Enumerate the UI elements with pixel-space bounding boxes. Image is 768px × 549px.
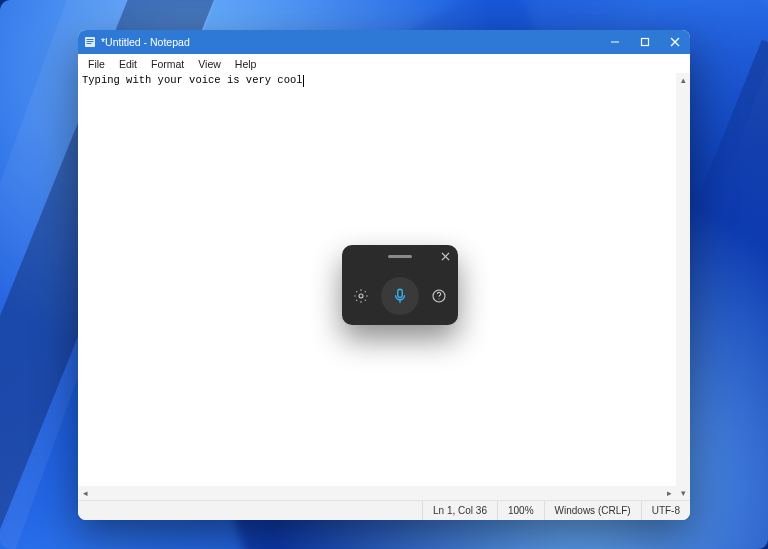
menu-view[interactable]: View (192, 57, 227, 71)
editor-content: Typing with your voice is very cool (82, 74, 304, 86)
status-eol: Windows (CRLF) (544, 501, 641, 520)
horizontal-scrollbar[interactable]: ◂ ▸ (78, 486, 676, 500)
voice-help-button[interactable] (431, 288, 447, 304)
voice-typing-panel[interactable] (342, 245, 458, 325)
menu-file[interactable]: File (82, 57, 111, 71)
svg-rect-5 (642, 39, 649, 46)
text-caret (303, 75, 304, 87)
menu-edit[interactable]: Edit (113, 57, 143, 71)
svg-point-10 (359, 294, 363, 298)
scroll-right-icon[interactable]: ▸ (662, 486, 676, 500)
svg-rect-3 (87, 43, 92, 44)
voice-mic-button[interactable] (381, 277, 419, 315)
drag-handle[interactable] (388, 255, 412, 258)
status-zoom: 100% (497, 501, 544, 520)
voice-close-button[interactable] (438, 249, 452, 263)
svg-rect-2 (87, 41, 94, 42)
scroll-left-icon[interactable]: ◂ (78, 486, 92, 500)
maximize-button[interactable] (630, 30, 660, 54)
vertical-scrollbar[interactable]: ▴ ▾ (676, 73, 690, 500)
voice-panel-header[interactable] (342, 245, 458, 267)
svg-point-14 (438, 298, 439, 299)
menu-help[interactable]: Help (229, 57, 263, 71)
status-cursor-pos: Ln 1, Col 36 (422, 501, 497, 520)
minimize-button[interactable] (600, 30, 630, 54)
menubar: File Edit Format View Help (78, 54, 690, 73)
titlebar[interactable]: *Untitled - Notepad (78, 30, 690, 54)
microphone-icon (391, 287, 409, 305)
svg-rect-1 (87, 39, 94, 40)
scroll-down-icon[interactable]: ▾ (676, 486, 690, 500)
voice-settings-button[interactable] (353, 288, 369, 304)
window-title: *Untitled - Notepad (101, 36, 190, 48)
status-encoding: UTF-8 (641, 501, 690, 520)
statusbar: Ln 1, Col 36 100% Windows (CRLF) UTF-8 (78, 500, 690, 520)
svg-rect-11 (398, 289, 403, 297)
scroll-up-icon[interactable]: ▴ (676, 73, 690, 87)
close-button[interactable] (660, 30, 690, 54)
notepad-app-icon (84, 36, 96, 48)
menu-format[interactable]: Format (145, 57, 190, 71)
